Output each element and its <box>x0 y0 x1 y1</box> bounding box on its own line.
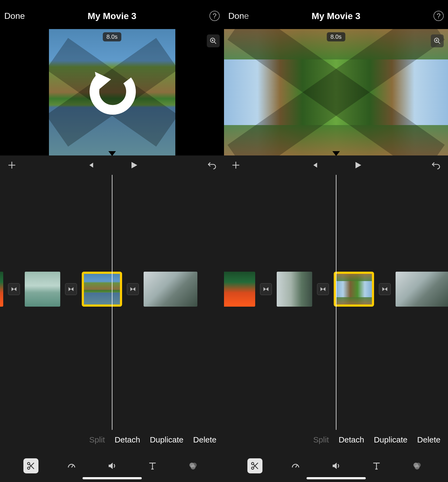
clip-actions: Split Detach Duplicate Delete <box>0 430 224 450</box>
home-indicator <box>83 477 142 479</box>
plus-icon <box>7 161 16 170</box>
svg-point-33 <box>415 465 419 470</box>
transition-1[interactable] <box>260 283 272 295</box>
undo-button[interactable] <box>207 160 218 171</box>
transport-controls <box>0 155 224 175</box>
add-media-button[interactable] <box>230 160 241 171</box>
transition-2[interactable] <box>65 283 77 295</box>
clip-1[interactable] <box>224 272 255 307</box>
svg-line-18 <box>438 42 440 44</box>
filters-tool[interactable] <box>186 458 201 473</box>
transition-2[interactable] <box>317 283 329 295</box>
skip-previous-icon <box>311 161 318 169</box>
speed-tool[interactable] <box>288 458 303 473</box>
clip-actions: Split Detach Duplicate Delete <box>224 430 448 450</box>
done-button[interactable]: Done <box>4 11 25 21</box>
scissors-tool[interactable] <box>23 458 38 473</box>
text-icon <box>148 461 157 471</box>
project-title: My Movie 3 <box>88 11 136 21</box>
clip-3-selected[interactable] <box>334 272 374 307</box>
zoom-button[interactable] <box>431 34 444 47</box>
left-pane: Done My Movie 3 ? 8.0s <box>0 0 224 482</box>
timeline[interactable] <box>224 175 448 430</box>
speed-tool[interactable] <box>64 458 79 473</box>
speaker-icon <box>331 461 341 471</box>
transition-3[interactable] <box>127 283 139 295</box>
detach-action[interactable]: Detach <box>115 435 140 444</box>
preview-area: 8.0s <box>224 29 448 155</box>
playhead-line <box>112 175 112 430</box>
clip-3-selected[interactable] <box>82 272 122 307</box>
delete-action[interactable]: Delete <box>417 435 440 444</box>
scissors-icon <box>26 461 35 470</box>
scissors-tool[interactable] <box>247 458 262 473</box>
undo-button[interactable] <box>431 160 442 171</box>
play-icon <box>353 161 362 169</box>
svg-line-10 <box>72 465 73 467</box>
clips-strip <box>224 272 447 307</box>
clip-4[interactable] <box>396 272 448 307</box>
speedometer-icon <box>67 461 76 471</box>
clip-2[interactable] <box>25 272 60 307</box>
duplicate-action[interactable]: Duplicate <box>150 435 183 444</box>
svg-point-16 <box>191 465 195 470</box>
undo-icon <box>432 161 441 170</box>
transport-controls <box>224 155 448 175</box>
skip-start-button[interactable] <box>85 160 96 171</box>
clips-strip <box>0 272 195 307</box>
play-button[interactable] <box>352 160 363 171</box>
speedometer-icon <box>291 461 300 471</box>
clip-1[interactable] <box>0 272 3 307</box>
undo-icon <box>208 161 217 170</box>
magnify-plus-icon <box>209 37 217 45</box>
done-button[interactable]: Done <box>228 11 249 21</box>
skip-start-button[interactable] <box>309 160 320 171</box>
header: Done My Movie 3 ? <box>224 0 448 29</box>
transition-icon <box>320 286 326 292</box>
filters-tool[interactable] <box>410 458 425 473</box>
play-icon <box>129 161 138 169</box>
audio-tool[interactable] <box>104 458 119 473</box>
playhead-marker <box>332 151 340 156</box>
preview-video[interactable]: 8.0s <box>49 29 175 155</box>
transition-icon <box>68 286 74 292</box>
clip-2[interactable] <box>277 272 312 307</box>
project-title: My Movie 3 <box>312 11 360 21</box>
playhead-marker <box>108 151 116 156</box>
duplicate-action[interactable]: Duplicate <box>374 435 407 444</box>
magnify-plus-icon <box>433 37 441 45</box>
playhead-line <box>336 175 336 430</box>
filters-icon <box>412 461 422 471</box>
help-button[interactable]: ? <box>433 11 444 21</box>
duration-badge: 8.0s <box>327 32 346 41</box>
split-action[interactable]: Split <box>89 435 105 444</box>
add-media-button[interactable] <box>6 160 17 171</box>
preview-video[interactable]: 8.0s <box>224 29 448 155</box>
play-button[interactable] <box>128 160 139 171</box>
transition-icon <box>382 286 388 292</box>
filters-icon <box>188 461 198 471</box>
detach-action[interactable]: Detach <box>339 435 364 444</box>
plus-icon <box>231 161 240 170</box>
transition-icon <box>11 286 17 292</box>
text-tool[interactable] <box>369 458 384 473</box>
zoom-button[interactable] <box>207 34 220 47</box>
transition-icon <box>263 286 269 292</box>
home-indicator <box>307 477 366 479</box>
transition-1[interactable] <box>8 283 20 295</box>
text-tool[interactable] <box>145 458 160 473</box>
timeline[interactable] <box>0 175 224 430</box>
clip-4[interactable] <box>144 272 197 307</box>
text-icon <box>372 461 381 471</box>
split-action[interactable]: Split <box>313 435 329 444</box>
audio-tool[interactable] <box>328 458 343 473</box>
right-pane: Done My Movie 3 ? 8.0s <box>224 0 448 482</box>
help-button[interactable]: ? <box>209 11 220 21</box>
preview-area: 8.0s <box>0 29 224 155</box>
skip-previous-icon <box>87 161 94 169</box>
svg-line-1 <box>214 42 216 44</box>
delete-action[interactable]: Delete <box>193 435 216 444</box>
transition-3[interactable] <box>379 283 391 295</box>
speaker-icon <box>107 461 117 471</box>
duration-badge: 8.0s <box>103 32 122 41</box>
